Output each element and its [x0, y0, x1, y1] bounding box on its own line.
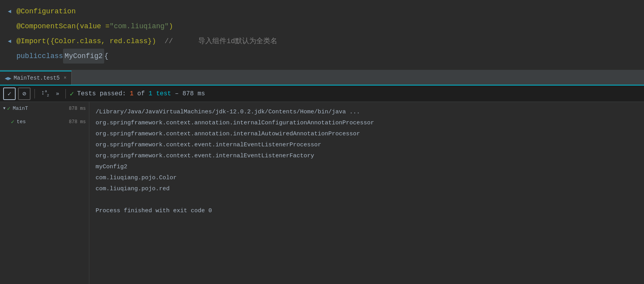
console-output-panel: /Library/Java/JavaVirtualMachines/jdk-12…: [89, 102, 644, 284]
gutter-icon-1: ◀: [8, 4, 13, 19]
code-comment-3: //: [156, 34, 173, 49]
tab-bar: ◀▶ MainTest.test5 ×: [0, 71, 644, 86]
status-count: 1: [130, 90, 134, 97]
tree-node-time-1: 878 ms: [69, 104, 86, 114]
code-kw-public: public: [16, 49, 42, 64]
console-empty-line: [96, 195, 638, 206]
gutter-icon-3: ◀: [8, 34, 13, 49]
code-editor: ◀ @Configuration @ComponentScan(value = …: [0, 0, 644, 71]
tab-file-icon: ◀▶: [5, 75, 11, 82]
code-line-4: public class MyConfig2 {: [8, 49, 644, 64]
code-annotation-1: @Configuration: [16, 4, 76, 19]
code-paren-2: ): [169, 19, 173, 34]
status-label: Tests passed: 1 of 1 test – 878 ms: [77, 90, 205, 97]
toolbar: ✓ ⊘ ↕a2 » ✓ Tests passed: 1 of 1 test – …: [0, 86, 644, 102]
toolbar-separator: [34, 89, 35, 98]
console-line-8: com.liuqiang.pojo.red: [96, 184, 638, 195]
code-string-2: "com.liuqiang": [110, 19, 169, 34]
code-annotation-3: @Import({Color.class, red.class}): [16, 34, 156, 49]
console-line-7: com.liuqiang.pojo.Color: [96, 173, 638, 184]
tree-node-name-1: MainT: [13, 104, 65, 114]
console-line-6: myConfig2: [96, 162, 638, 173]
console-line-exit: Process finished with exit code 0: [96, 206, 638, 217]
code-line-3: ◀ @Import({Color.class, red.class}) // 导…: [8, 34, 644, 49]
console-line-1: /Library/Java/JavaVirtualMachines/jdk-12…: [96, 107, 638, 118]
toolbar-separator-2: [65, 89, 66, 98]
status-passed-text: Tests passed:: [77, 90, 130, 97]
tree-arrow-icon: ▼: [3, 104, 5, 114]
tree-item-test5[interactable]: ✓ tes 878 ms: [0, 115, 89, 129]
expand-button[interactable]: »: [54, 87, 62, 100]
stop-button[interactable]: ⊘: [18, 87, 31, 100]
expand-icon: »: [56, 91, 59, 97]
tree-check-icon-1: ✓: [7, 104, 10, 114]
tree-node-name-2: tes: [16, 117, 65, 127]
code-chinese-3: 导入组件id默认为全类名: [173, 34, 277, 49]
checkmark-icon: ✓: [7, 90, 11, 98]
code-annotation-2: @ComponentScan(value =: [16, 19, 110, 34]
console-line-4: org.springframework.context.event.intern…: [96, 140, 638, 151]
console-line-2: org.springframework.context.annotation.i…: [96, 118, 638, 129]
status-check-icon: ✓: [70, 89, 74, 98]
run-button[interactable]: ✓: [3, 87, 16, 100]
stop-icon: ⊘: [22, 90, 26, 98]
status-time: 878 ms: [183, 90, 205, 97]
code-kw-class: class: [42, 49, 63, 64]
main-content: ▼ ✓ MainT 878 ms ✓ tes 878 ms /Library/J…: [0, 102, 644, 284]
test-tree-panel: ▼ ✓ MainT 878 ms ✓ tes 878 ms: [0, 102, 89, 284]
code-line-2: @ComponentScan(value = "com.liuqiang"): [8, 19, 644, 34]
tab-label: MainTest.test5: [14, 75, 60, 81]
test-status: ✓ Tests passed: 1 of 1 test – 878 ms: [70, 89, 205, 98]
status-of: of: [134, 90, 148, 97]
tree-check-icon-2: ✓: [11, 117, 14, 127]
code-line-1: ◀ @Configuration: [8, 4, 644, 19]
console-line-5: org.springframework.context.event.intern…: [96, 151, 638, 162]
status-total: 1: [148, 90, 152, 97]
tab-close-button[interactable]: ×: [63, 75, 66, 81]
console-line-3: org.springframework.context.annotation.i…: [96, 129, 638, 140]
tree-item-maintest[interactable]: ▼ ✓ MainT 878 ms: [0, 102, 89, 115]
sort-icon: ↕a2: [41, 89, 49, 98]
code-brace: {: [104, 49, 109, 64]
status-dash: –: [171, 90, 183, 97]
code-classname: MyConfig2: [63, 49, 104, 64]
status-word: test: [152, 90, 171, 97]
sort-button[interactable]: ↕a2: [39, 87, 51, 100]
tab-maintest-test5[interactable]: ◀▶ MainTest.test5 ×: [0, 71, 72, 85]
tree-node-time-2: 878 ms: [69, 117, 86, 127]
